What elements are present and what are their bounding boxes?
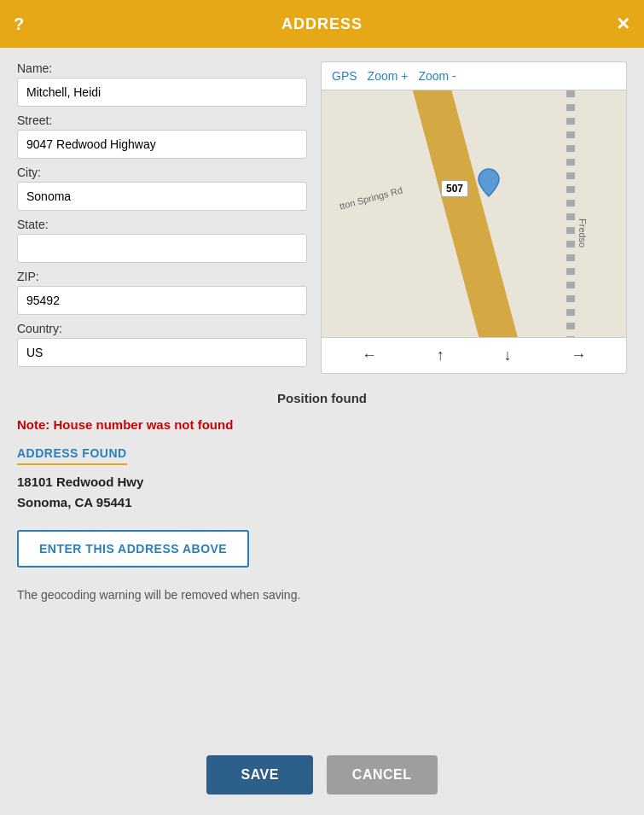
map-road-dotted bbox=[566, 90, 575, 338]
map-controls: GPS Zoom + Zoom - bbox=[321, 61, 627, 90]
enter-address-button[interactable]: ENTER THIS ADDRESS ABOVE bbox=[17, 530, 249, 568]
city-label: City: bbox=[17, 166, 307, 179]
state-field-group: State: bbox=[17, 218, 307, 263]
address-found-heading: ADDRESS FOUND bbox=[17, 446, 127, 465]
state-input[interactable] bbox=[17, 234, 307, 263]
note-warning-text: Note: House number was not found bbox=[17, 417, 627, 432]
zoom-out-button[interactable]: Zoom - bbox=[418, 69, 455, 83]
map-road bbox=[412, 90, 519, 338]
map-nav: ← ↑ ↓ → bbox=[321, 338, 627, 374]
right-panel: GPS Zoom + Zoom - tton Springs Rd Fredso… bbox=[321, 61, 627, 374]
dialog-footer: SAVE CANCEL bbox=[0, 742, 644, 815]
street-input[interactable] bbox=[17, 130, 307, 159]
country-label: Country: bbox=[17, 322, 307, 335]
name-label: Name: bbox=[17, 61, 307, 75]
geocoding-note: The geocoding warning will be removed wh… bbox=[17, 588, 627, 602]
position-found-text: Position found bbox=[17, 391, 627, 405]
status-area: Position found Note: House number was no… bbox=[17, 391, 627, 602]
help-button[interactable]: ? bbox=[14, 15, 24, 34]
dialog-title: ADDRESS bbox=[281, 15, 363, 33]
zip-label: ZIP: bbox=[17, 270, 307, 283]
name-input[interactable] bbox=[17, 78, 307, 107]
city-field-group: City: bbox=[17, 166, 307, 211]
dialog-body: Name: Street: City: State: ZIP: bbox=[0, 48, 644, 742]
address-found-label: ADDRESS FOUND bbox=[17, 445, 627, 472]
map-road-label: tton Springs Rd bbox=[339, 184, 403, 211]
address-found-details: 18101 Redwood Hwy Sonoma, CA 95441 bbox=[17, 472, 627, 513]
street-label: Street: bbox=[17, 114, 307, 127]
street-field-group: Street: bbox=[17, 114, 307, 159]
nav-left-button[interactable]: ← bbox=[351, 345, 387, 366]
map-area[interactable]: tton Springs Rd Fredso 507 bbox=[321, 90, 627, 338]
map-route-badge: 507 bbox=[441, 180, 468, 197]
nav-down-button[interactable]: ↓ bbox=[493, 345, 521, 366]
address-line1: 18101 Redwood Hwy bbox=[17, 474, 143, 489]
nav-right-button[interactable]: → bbox=[560, 345, 596, 366]
name-field-group: Name: bbox=[17, 61, 307, 107]
city-input[interactable] bbox=[17, 182, 307, 211]
cancel-button[interactable]: CANCEL bbox=[327, 755, 438, 795]
left-panel: Name: Street: City: State: ZIP: bbox=[17, 61, 307, 374]
state-label: State: bbox=[17, 218, 307, 231]
content-grid: Name: Street: City: State: ZIP: bbox=[17, 61, 627, 374]
country-field-group: Country: bbox=[17, 322, 307, 367]
close-button[interactable]: ✕ bbox=[616, 14, 630, 34]
map-street-label: Fredso bbox=[577, 218, 588, 247]
zoom-in-button[interactable]: Zoom + bbox=[368, 69, 409, 83]
country-input[interactable] bbox=[17, 338, 307, 367]
address-dialog: ? ADDRESS ✕ Name: Street: City: bbox=[0, 0, 644, 815]
zip-field-group: ZIP: bbox=[17, 270, 307, 315]
save-button[interactable]: SAVE bbox=[206, 755, 312, 795]
map-pin bbox=[477, 167, 501, 201]
nav-up-button[interactable]: ↑ bbox=[426, 345, 455, 366]
zip-input[interactable] bbox=[17, 286, 307, 315]
dialog-header: ? ADDRESS ✕ bbox=[0, 0, 644, 48]
gps-button[interactable]: GPS bbox=[332, 69, 357, 83]
address-line2: Sonoma, CA 95441 bbox=[17, 495, 132, 509]
